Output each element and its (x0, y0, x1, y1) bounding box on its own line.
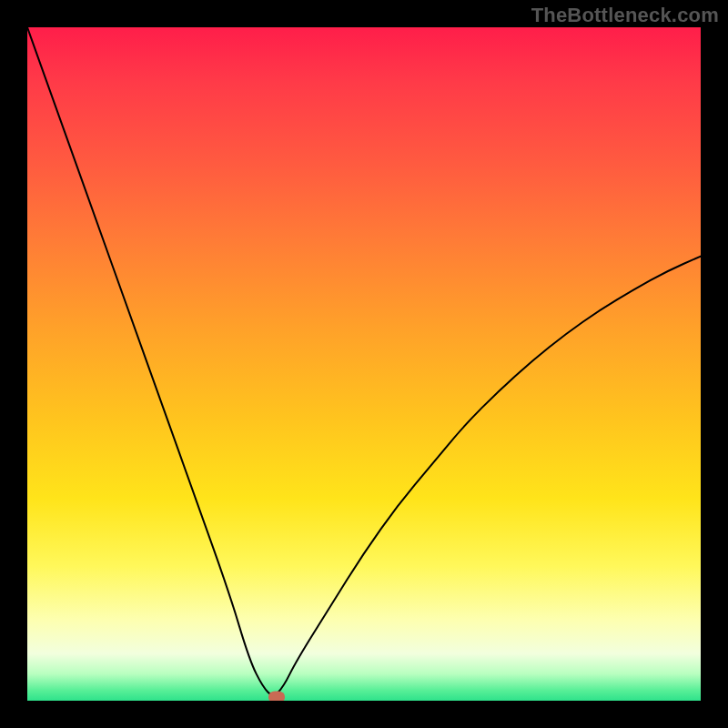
curve-path (27, 27, 701, 695)
plot-area (27, 27, 701, 701)
watermark-text: TheBottleneck.com (531, 4, 719, 27)
bottleneck-curve (27, 27, 701, 701)
chart-frame: TheBottleneck.com (0, 0, 728, 728)
optimal-point-marker (268, 692, 285, 701)
